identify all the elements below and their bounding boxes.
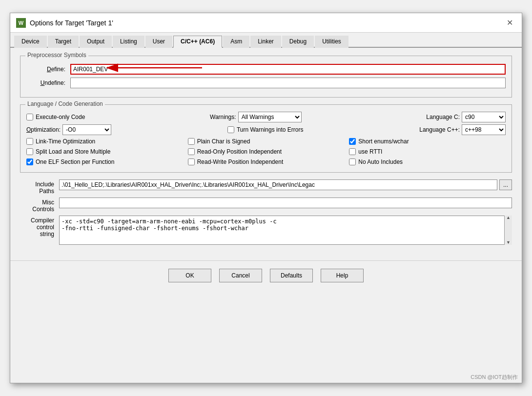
read-write-pos-label: Read-Write Position Independent <box>197 158 284 165</box>
no-auto-includes-label: No Auto Includes <box>358 158 403 165</box>
misc-controls-row: Misc Controls <box>20 198 512 213</box>
preprocessor-group: Preprocessor Symbols Define: <box>20 56 512 98</box>
use-rtti-checkbox[interactable] <box>349 148 356 155</box>
define-row: Define: <box>26 64 506 75</box>
include-paths-input-row: ... <box>59 179 512 190</box>
compiler-control-row: Compiler control string ▲ ▼ <box>20 216 512 245</box>
link-time-opt-row: Link-Time Optimization <box>26 137 183 146</box>
use-rtti-row: use RTTI <box>349 147 506 156</box>
misc-controls-label: Misc Controls <box>20 198 59 213</box>
optimization-select[interactable]: -O0 -O1 -O2 -O3 <box>62 124 111 135</box>
dialog-window: W Options for Target 'Target 1' ✕ Device… <box>10 13 522 383</box>
turn-warnings-row: Turn Warnings into Errors <box>227 125 303 134</box>
preprocessor-group-title: Preprocessor Symbols <box>25 52 88 59</box>
warnings-label: Warnings: <box>210 114 236 120</box>
ok-button[interactable]: OK <box>168 269 211 282</box>
cancel-button[interactable]: Cancel <box>219 269 262 282</box>
read-write-pos-checkbox[interactable] <box>188 158 195 165</box>
execute-only-code-checkbox[interactable] <box>26 114 33 120</box>
tab-target[interactable]: Target <box>48 36 79 48</box>
bottom-section: Include Paths ... Misc Controls Compiler… <box>20 179 512 245</box>
help-button[interactable]: Help <box>321 269 364 282</box>
include-paths-input[interactable] <box>59 179 497 190</box>
plain-char-signed-row: Plain Char is Signed <box>188 137 345 146</box>
language-cpp-select[interactable]: c++98 c++11 c++14 <box>462 124 506 135</box>
one-elf-section-checkbox[interactable] <box>26 158 33 165</box>
undefine-row: Undefine: <box>26 78 506 88</box>
read-write-pos-row: Read-Write Position Independent <box>188 158 345 166</box>
tab-device[interactable]: Device <box>14 36 47 48</box>
optimization-label: Optimization: <box>26 126 61 133</box>
tab-debug[interactable]: Debug <box>282 36 314 48</box>
language-cpp-label: Language C++: <box>419 126 460 133</box>
include-paths-row: Include Paths ... <box>20 179 512 195</box>
tab-bar: Device Target Output Listing User C/C++ … <box>10 33 522 48</box>
tab-linker[interactable]: Linker <box>250 36 281 48</box>
watermark: CSDN @IOT趋制作 <box>471 374 518 381</box>
tab-output[interactable]: Output <box>80 36 112 48</box>
read-only-pos-label: Read-Only Position Independent <box>197 148 282 155</box>
undefine-label: Undefine: <box>26 79 65 86</box>
read-only-pos-row: Read-Only Position Independent <box>188 147 345 156</box>
footer: OK Cancel Defaults Help <box>10 260 522 290</box>
plain-char-signed-label: Plain Char is Signed <box>197 138 250 145</box>
plain-char-signed-checkbox[interactable] <box>188 138 195 145</box>
one-elf-section-row: One ELF Section per Function <box>26 158 183 166</box>
language-c-select[interactable]: c90 c99 c11 <box>462 112 506 122</box>
define-label: Define: <box>26 66 65 73</box>
warnings-select[interactable]: All Warnings No Warnings Warnings as Err… <box>238 112 302 122</box>
no-auto-includes-checkbox[interactable] <box>349 158 356 165</box>
one-elf-section-label: One ELF Section per Function <box>36 158 114 165</box>
scroll-down-arrow: ▼ <box>506 240 511 245</box>
short-enums-label: Short enums/wchar <box>358 138 409 145</box>
compiler-control-textarea[interactable] <box>59 216 512 245</box>
split-load-checkbox[interactable] <box>26 148 33 155</box>
use-rtti-label: use RTTI <box>358 148 382 155</box>
misc-controls-input[interactable] <box>59 198 512 208</box>
language-group-title: Language / Code Generation <box>25 100 105 107</box>
scrollbar-right: ▲ ▼ <box>504 216 512 245</box>
turn-warnings-label: Turn Warnings into Errors <box>237 126 303 133</box>
app-icon: W <box>16 18 26 28</box>
tab-utilities[interactable]: Utilities <box>315 36 348 48</box>
defaults-button[interactable]: Defaults <box>270 269 313 282</box>
no-auto-includes-row: No Auto Includes <box>349 158 506 166</box>
main-content: Preprocessor Symbols Define: <box>10 48 522 256</box>
short-enums-checkbox[interactable] <box>349 138 356 145</box>
tab-ccpp[interactable]: C/C++ (AC6) <box>173 36 222 48</box>
title-bar-left: W Options for Target 'Target 1' <box>16 18 113 28</box>
turn-warnings-checkbox[interactable] <box>227 126 234 133</box>
define-input[interactable] <box>70 64 506 75</box>
short-enums-row: Short enums/wchar <box>349 137 506 146</box>
language-c-label: Language C: <box>426 114 460 120</box>
link-time-opt-label: Link-Time Optimization <box>36 138 95 145</box>
include-paths-label: Include Paths <box>20 179 59 195</box>
execute-only-code-row: Execute-only Code <box>26 113 85 121</box>
execute-only-code-label: Execute-only Code <box>36 114 85 120</box>
tab-listing[interactable]: Listing <box>113 36 144 48</box>
tab-asm[interactable]: Asm <box>223 36 249 48</box>
scroll-up-arrow: ▲ <box>506 216 511 220</box>
language-group: Language / Code Generation Execute-only … <box>20 104 512 173</box>
undefine-input[interactable] <box>70 78 506 88</box>
title-bar: W Options for Target 'Target 1' ✕ <box>10 13 522 33</box>
split-load-row: Split Load and Store Multiple <box>26 147 183 156</box>
close-button[interactable]: ✕ <box>504 17 516 28</box>
dialog-title: Options for Target 'Target 1' <box>30 19 113 27</box>
read-only-pos-checkbox[interactable] <box>188 148 195 155</box>
include-paths-browse-button[interactable]: ... <box>499 179 512 190</box>
split-load-label: Split Load and Store Multiple <box>36 148 110 155</box>
link-time-opt-checkbox[interactable] <box>26 138 33 145</box>
tab-user[interactable]: User <box>145 36 172 48</box>
compiler-control-label: Compiler control string <box>20 216 59 238</box>
